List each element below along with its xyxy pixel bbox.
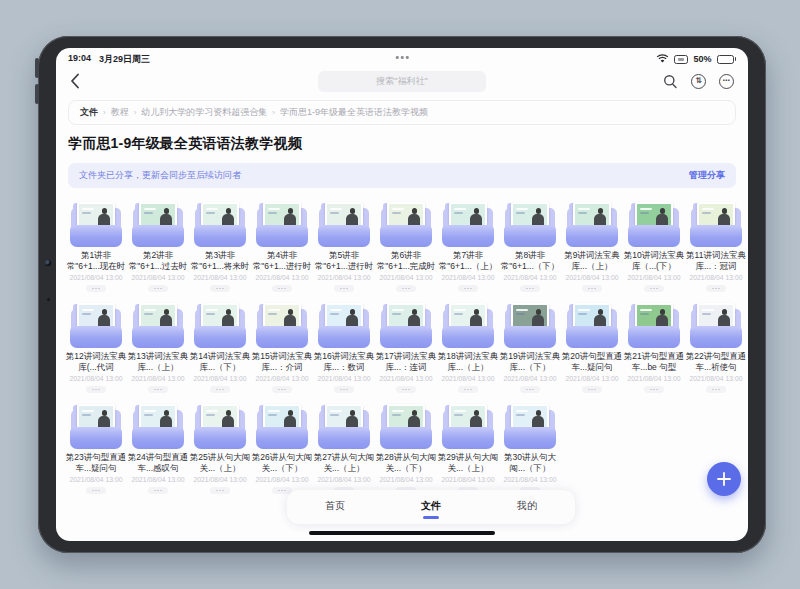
folder-item[interactable]: 第3讲非常"6+1...将来时 2021/08/04 13:00: [189, 201, 251, 292]
item-more-button[interactable]: [210, 487, 230, 494]
folder-date: 2021/08/04 13:00: [189, 375, 251, 382]
folder-item[interactable]: 第1讲非常"6+1...现在时 2021/08/04 13:00: [65, 201, 127, 292]
status-date: 3月29日周三: [99, 53, 150, 66]
folder-item[interactable]: 第27讲从句大闯关...（上） 2021/08/04 13:00: [313, 403, 375, 494]
folder-item[interactable]: 第18讲词法宝典库...（上） 2021/08/04 13:00: [437, 302, 499, 393]
folder-icon: [689, 201, 743, 247]
folder-icon: [69, 403, 123, 449]
folder-name: 第20讲句型直通车...疑问句: [561, 351, 623, 374]
back-button[interactable]: [70, 72, 88, 90]
folder-item[interactable]: 第20讲句型直通车...疑问句 2021/08/04 13:00: [561, 302, 623, 393]
item-more-button[interactable]: [706, 285, 726, 292]
item-more-button[interactable]: [706, 386, 726, 393]
breadcrumb-segment[interactable]: 学而思1-9年级最全英语语法教学视频: [280, 106, 428, 119]
folder-name: 第25讲从句大闯关...（上）: [189, 452, 251, 475]
item-more-button[interactable]: [148, 285, 168, 292]
item-more-button[interactable]: [272, 386, 292, 393]
tab-item-files[interactable]: 文件: [383, 490, 479, 524]
folder-item[interactable]: 第5讲非常"6+1...进行时 2021/08/04 13:00: [313, 201, 375, 292]
folder-item[interactable]: 第15讲词法宝典库...：介词 2021/08/04 13:00: [251, 302, 313, 393]
folder-item[interactable]: 第23讲句型直通车...疑问句 2021/08/04 13:00: [65, 403, 127, 494]
item-more-button[interactable]: [458, 285, 478, 292]
folder-date: 2021/08/04 13:00: [623, 375, 685, 382]
item-more-button[interactable]: [86, 386, 106, 393]
folder-item[interactable]: 第8讲非常"6+1...（下） 2021/08/04 13:00: [499, 201, 561, 292]
share-banner: 文件夹已分享，更新会同步至后续访问者 管理分享: [68, 163, 736, 188]
folder-item[interactable]: 第25讲从句大闯关...（上） 2021/08/04 13:00: [189, 403, 251, 494]
home-indicator[interactable]: [309, 531, 495, 536]
folder-name: 第29讲从句大闯关...（上）: [437, 452, 499, 475]
search-input[interactable]: 搜索"福利社": [318, 71, 486, 92]
folder-item[interactable]: 第26讲从句大闯关...（下） 2021/08/04 13:00: [251, 403, 313, 494]
item-more-button[interactable]: [148, 487, 168, 494]
folder-item[interactable]: 第7讲非常"6+1...（上） 2021/08/04 13:00: [437, 201, 499, 292]
folder-item[interactable]: 第29讲从句大闯关...（上） 2021/08/04 13:00: [437, 403, 499, 494]
breadcrumb-segment[interactable]: 教程: [111, 106, 129, 119]
item-more-button[interactable]: [396, 386, 416, 393]
item-more-button[interactable]: [210, 386, 230, 393]
folder-icon: [379, 302, 433, 348]
folder-name: 第11讲词法宝典库...：冠词: [685, 250, 747, 273]
nav-bar: 搜索"福利社" ⇅ ⋯: [56, 66, 748, 96]
folder-item[interactable]: 第19讲词法宝典库...（下） 2021/08/04 13:00: [499, 302, 561, 393]
folder-item[interactable]: 第9讲词法宝典库...（上） 2021/08/04 13:00: [561, 201, 623, 292]
folder-icon: [131, 201, 185, 247]
item-more-button[interactable]: [520, 285, 540, 292]
folder-icon: [255, 201, 309, 247]
folder-item[interactable]: 第12讲词法宝典库(...代词 2021/08/04 13:00: [65, 302, 127, 393]
item-more-button[interactable]: [582, 285, 602, 292]
tablet-device: 19:04 3月29日周三 50%: [38, 36, 766, 553]
tab-item-mine[interactable]: 我的: [479, 490, 575, 524]
folder-item[interactable]: 第2讲非常"6+1...过去时 2021/08/04 13:00: [127, 201, 189, 292]
folder-item[interactable]: 第10讲词法宝典库（...(下） 2021/08/04 13:00: [623, 201, 685, 292]
folder-icon: [565, 302, 619, 348]
tab-label: 首页: [325, 499, 345, 513]
folder-item[interactable]: 第22讲句型直通车...祈使句 2021/08/04 13:00: [685, 302, 747, 393]
item-more-button[interactable]: [644, 386, 664, 393]
folder-icon: [379, 201, 433, 247]
item-more-button[interactable]: [458, 386, 478, 393]
folder-icon: [69, 201, 123, 247]
item-more-button[interactable]: [334, 386, 354, 393]
folder-item[interactable]: 第16讲词法宝典库...：数词 2021/08/04 13:00: [313, 302, 375, 393]
more-options-icon[interactable]: ⋯: [719, 74, 734, 89]
item-more-button[interactable]: [396, 285, 416, 292]
folder-item[interactable]: 第11讲词法宝典库...：冠词 2021/08/04 13:00: [685, 201, 747, 292]
folder-icon: [565, 201, 619, 247]
breadcrumb-segment[interactable]: 幼儿到大学的学习资料超强合集: [141, 106, 267, 119]
item-more-button[interactable]: [520, 386, 540, 393]
folder-name: 第17讲词法宝典库...：连词: [375, 351, 437, 374]
folder-item[interactable]: 第28讲从句大闯关...（下） 2021/08/04 13:00: [375, 403, 437, 494]
add-button[interactable]: [707, 462, 741, 496]
tab-item-home[interactable]: 首页: [287, 490, 383, 524]
item-more-button[interactable]: [334, 285, 354, 292]
item-more-button[interactable]: [272, 285, 292, 292]
folder-item[interactable]: 第24讲句型直通车...感叹句 2021/08/04 13:00: [127, 403, 189, 494]
folder-item[interactable]: 第6讲非常"6+1...完成时 2021/08/04 13:00: [375, 201, 437, 292]
item-more-button[interactable]: [86, 285, 106, 292]
folder-item[interactable]: 第4讲非常"6+1...进行时 2021/08/04 13:00: [251, 201, 313, 292]
plus-icon: [716, 471, 732, 487]
breadcrumb-separator: ›: [134, 108, 137, 117]
item-more-button[interactable]: [148, 386, 168, 393]
manage-share-link[interactable]: 管理分享: [689, 169, 725, 182]
folder-item[interactable]: 第30讲从句大闯...（下） 2021/08/04 13:00: [499, 403, 561, 494]
folder-icon: [131, 302, 185, 348]
sort-icon[interactable]: ⇅: [691, 74, 706, 89]
breadcrumb-segment[interactable]: 文件: [80, 106, 98, 119]
item-more-button[interactable]: [582, 386, 602, 393]
folder-date: 2021/08/04 13:00: [623, 274, 685, 281]
folder-icon: [193, 302, 247, 348]
item-more-button[interactable]: [210, 285, 230, 292]
folder-date: 2021/08/04 13:00: [499, 274, 561, 281]
folder-date: 2021/08/04 13:00: [375, 476, 437, 483]
item-more-button[interactable]: [644, 285, 664, 292]
search-icon[interactable]: [663, 74, 678, 89]
folder-item[interactable]: 第14讲词法宝典库...（下） 2021/08/04 13:00: [189, 302, 251, 393]
folder-icon: [193, 403, 247, 449]
item-more-button[interactable]: [86, 487, 106, 494]
breadcrumb-separator: ›: [103, 108, 106, 117]
folder-item[interactable]: 第13讲词法宝典库...（上） 2021/08/04 13:00: [127, 302, 189, 393]
folder-item[interactable]: 第17讲词法宝典库...：连词 2021/08/04 13:00: [375, 302, 437, 393]
folder-item[interactable]: 第21讲句型直通车...be 句型 2021/08/04 13:00: [623, 302, 685, 393]
